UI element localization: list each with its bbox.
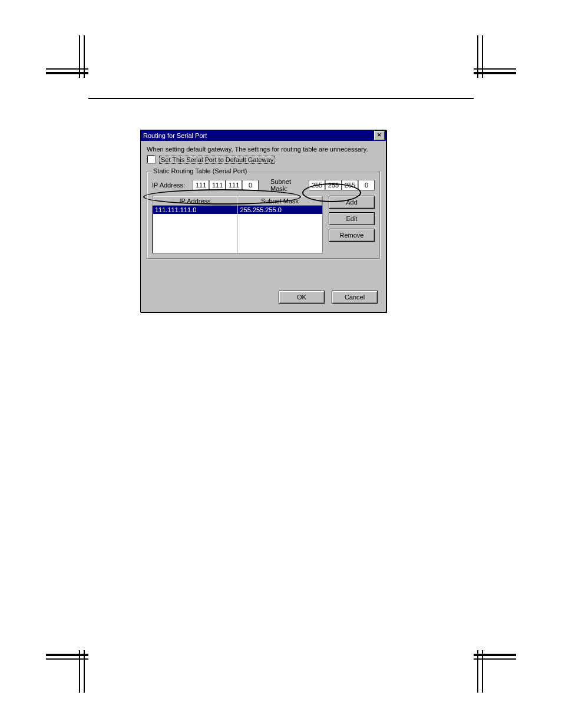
edit-button[interactable]: Edit (329, 212, 375, 225)
subnet-mask-input[interactable] (309, 180, 375, 190)
ip-address-label: IP Address: (152, 182, 189, 189)
crop-mark (474, 35, 516, 78)
ip-octet-1[interactable] (193, 180, 209, 190)
mask-octet-4[interactable] (358, 180, 375, 190)
column-mask[interactable]: Subnet Mask (237, 196, 322, 206)
column-divider (237, 206, 238, 253)
ip-address-input[interactable] (193, 180, 259, 190)
page-divider (88, 98, 474, 99)
ip-octet-3[interactable] (226, 180, 242, 190)
crop-mark (46, 35, 88, 78)
mask-octet-1[interactable] (309, 180, 325, 190)
default-gateway-label: Set This Serial Port to Default Gateway (159, 156, 275, 164)
static-routing-group: Static Routing Table (Serial Port) IP Ad… (147, 167, 380, 259)
group-legend: Static Routing Table (Serial Port) (152, 167, 248, 174)
subnet-mask-label: Subnet Mask: (270, 178, 305, 192)
add-button[interactable]: Add (329, 196, 375, 209)
default-gateway-checkbox[interactable] (147, 155, 156, 164)
column-ip[interactable]: IP Address (153, 196, 237, 206)
hint-text: When setting default gateway, The settin… (147, 146, 380, 153)
close-icon[interactable]: ✕ (374, 131, 385, 140)
crop-mark (46, 650, 88, 693)
cancel-button[interactable]: Cancel (332, 291, 378, 304)
titlebar[interactable]: Routing for Serial Port ✕ (141, 130, 386, 141)
cell-mask: 255.255.255.0 (237, 206, 323, 214)
ip-octet-4[interactable] (242, 180, 259, 190)
routing-table[interactable]: IP Address Subnet Mask 111.111.111.0 255… (152, 196, 323, 253)
mask-octet-3[interactable] (342, 180, 358, 190)
dialog-title: Routing for Serial Port (143, 132, 374, 139)
mask-octet-2[interactable] (325, 180, 342, 190)
cell-ip: 111.111.111.0 (153, 206, 237, 214)
crop-mark (474, 650, 516, 693)
ok-button[interactable]: OK (279, 291, 325, 304)
remove-button[interactable]: Remove (329, 229, 375, 242)
routing-dialog: Routing for Serial Port ✕ When setting d… (140, 130, 386, 312)
ip-octet-2[interactable] (209, 180, 226, 190)
